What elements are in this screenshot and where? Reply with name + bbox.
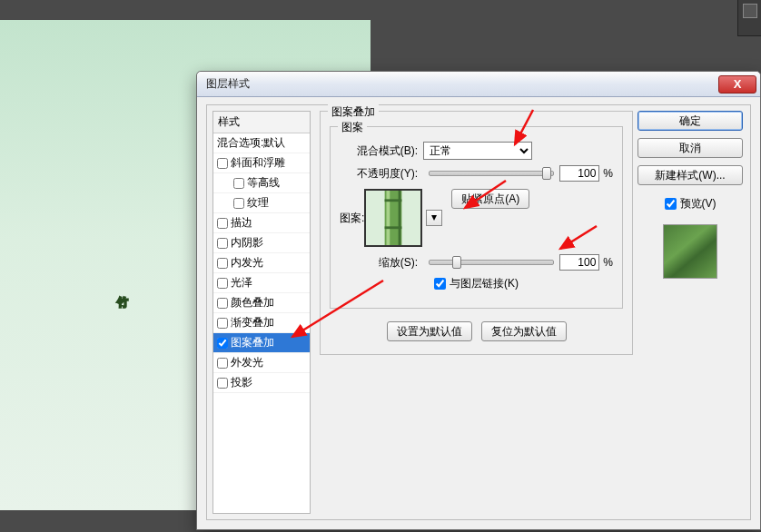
opacity-row: 不透明度(Y): %: [340, 165, 613, 182]
dialog-titlebar: 图层样式 X: [197, 72, 760, 97]
link-with-layer-check[interactable]: [434, 278, 446, 290]
svg-text:竹: 竹: [116, 296, 128, 309]
percent-label: %: [603, 167, 613, 180]
preview-swatch: [663, 224, 717, 279]
bamboo-character-layer: 竹: [36, 179, 209, 351]
link-with-layer-label: 与图层链接(K): [450, 276, 519, 291]
close-button[interactable]: X: [718, 75, 756, 94]
style-pattern-overlay-check[interactable]: [217, 338, 228, 349]
blend-mode-select[interactable]: 正常: [423, 142, 532, 160]
layer-style-dialog: 图层样式 X 样式 混合选项:默认 斜面和浮雕 等高线 纹理 描边 内阴影 内发…: [196, 71, 761, 530]
pattern-swatch[interactable]: [364, 189, 422, 247]
scale-value[interactable]: [559, 254, 599, 271]
group-legend: 图案叠加: [328, 104, 379, 120]
default-buttons-row: 设置为默认值 复位为默认值: [330, 321, 623, 341]
blend-mode-label: 混合模式(B):: [340, 143, 418, 159]
style-texture-check[interactable]: [233, 198, 244, 209]
new-style-button[interactable]: 新建样式(W)...: [637, 165, 743, 185]
blend-mode-row: 混合模式(B): 正常: [340, 142, 613, 160]
style-drop-shadow[interactable]: 投影: [213, 373, 310, 393]
style-inner-shadow[interactable]: 内阴影: [213, 233, 310, 253]
scale-row: 缩放(S): %: [340, 254, 613, 271]
style-stroke-check[interactable]: [217, 218, 228, 229]
style-color-overlay-check[interactable]: [217, 298, 228, 309]
dialog-actions: 确定 取消 新建样式(W)... 预览(V): [637, 111, 743, 279]
style-pattern-overlay[interactable]: 图案叠加: [213, 333, 310, 353]
style-inner-glow[interactable]: 内发光: [213, 253, 310, 273]
style-inner-glow-check[interactable]: [217, 258, 228, 269]
style-texture[interactable]: 纹理: [213, 193, 310, 213]
preview-label: 预览(V): [680, 196, 717, 212]
ok-button[interactable]: 确定: [637, 111, 743, 131]
style-outer-glow[interactable]: 外发光: [213, 353, 310, 373]
scale-slider[interactable]: [429, 260, 554, 265]
style-contour[interactable]: 等高线: [213, 173, 310, 193]
opacity-slider[interactable]: [429, 171, 554, 176]
svg-rect-5: [385, 199, 402, 202]
cancel-button[interactable]: 取消: [637, 138, 743, 158]
pattern-picker-dropdown[interactable]: ▾: [426, 210, 442, 226]
link-with-layer-row: 与图层链接(K): [340, 276, 613, 291]
style-satin[interactable]: 光泽: [213, 273, 310, 293]
opacity-label: 不透明度(Y):: [340, 166, 418, 182]
style-drop-shadow-check[interactable]: [217, 378, 228, 389]
style-satin-check[interactable]: [217, 278, 228, 289]
scale-label: 缩放(S):: [340, 255, 418, 271]
style-bevel-emboss[interactable]: 斜面和浮雕: [213, 153, 310, 173]
pattern-row: 图案: ▾ 贴紧原点(A): [340, 189, 613, 247]
style-bevel-emboss-check[interactable]: [217, 158, 228, 169]
pattern-overlay-panel: 图案叠加 图案 混合模式(B): 正常 不透明度(Y): %: [320, 111, 633, 514]
style-inner-shadow-check[interactable]: [217, 238, 228, 249]
inner-legend: 图案: [338, 120, 367, 135]
opacity-value[interactable]: [559, 165, 599, 182]
svg-rect-4: [399, 191, 401, 245]
blending-options-default[interactable]: 混合选项:默认: [213, 133, 310, 153]
pattern-overlay-group: 图案叠加 图案 混合模式(B): 正常 不透明度(Y): %: [320, 111, 633, 355]
style-contour-check[interactable]: [233, 178, 244, 189]
svg-rect-3: [387, 191, 390, 245]
styles-header[interactable]: 样式: [213, 112, 310, 133]
panel-icon[interactable]: [743, 4, 757, 18]
right-tool-strip: [737, 0, 761, 36]
preview-row: 预览(V): [637, 196, 743, 212]
snap-to-origin-button[interactable]: 贴紧原点(A): [451, 189, 529, 209]
style-stroke[interactable]: 描边: [213, 213, 310, 233]
style-gradient-overlay-check[interactable]: [217, 318, 228, 329]
styles-list: 样式 混合选项:默认 斜面和浮雕 等高线 纹理 描边 内阴影 内发光 光泽 颜色…: [212, 111, 311, 514]
pattern-label: 图案:: [340, 211, 364, 226]
pattern-inner-group: 图案 混合模式(B): 正常 不透明度(Y): % 图案: [330, 126, 623, 309]
opacity-slider-thumb[interactable]: [542, 167, 551, 180]
make-default-button[interactable]: 设置为默认值: [387, 321, 472, 341]
style-gradient-overlay[interactable]: 渐变叠加: [213, 313, 310, 333]
style-color-overlay[interactable]: 颜色叠加: [213, 293, 310, 313]
percent-label-2: %: [603, 256, 613, 269]
reset-default-button[interactable]: 复位为默认值: [481, 321, 567, 341]
preview-check[interactable]: [665, 198, 677, 210]
scale-slider-thumb[interactable]: [452, 256, 461, 269]
svg-rect-6: [385, 226, 402, 229]
style-outer-glow-check[interactable]: [217, 358, 228, 369]
dialog-title: 图层样式: [206, 76, 250, 92]
dialog-body: 样式 混合选项:默认 斜面和浮雕 等高线 纹理 描边 内阴影 内发光 光泽 颜色…: [206, 104, 751, 520]
